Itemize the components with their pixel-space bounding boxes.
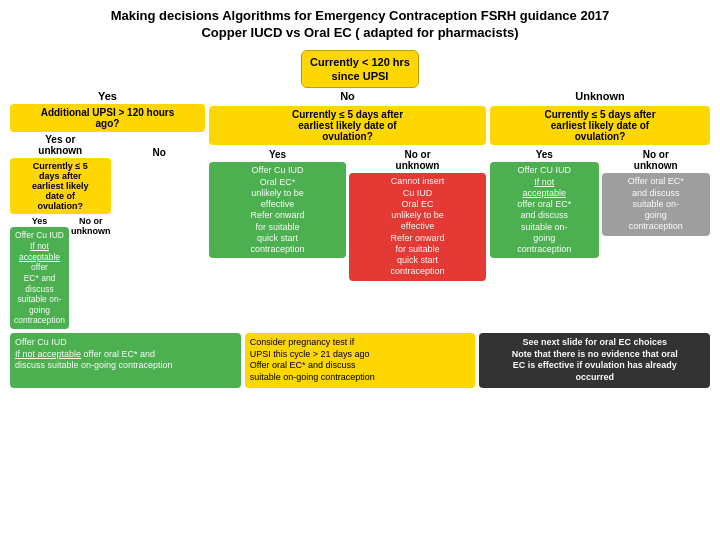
mid-branch: No Currently ≤ 5 days afterearliest like… <box>209 90 486 329</box>
mid-branch-label: No <box>340 90 355 102</box>
left-nested-yes-label: Yes <box>32 216 48 226</box>
left-question: Additional UPSI > 120 hoursago? <box>10 104 205 132</box>
right-branch-label: Unknown <box>575 90 625 102</box>
flowchart: Currently < 120 hrssince UPSI Yes Additi… <box>10 50 710 388</box>
left-no-real-label: No <box>153 147 166 158</box>
left-sub-row: Yes orunknown Currently ≤ 5days afterear… <box>10 134 205 329</box>
left-nested-sub-row: Yes Offer Cu IUDIf notacceptable offerEC… <box>10 216 111 329</box>
top-row: Currently < 120 hrssince UPSI <box>10 50 710 89</box>
right-yes-label: Yes <box>536 149 553 160</box>
top-node: Currently < 120 hrssince UPSI <box>301 50 419 89</box>
bottom-row: Offer Cu IUDIf not acceptable offer oral… <box>10 333 710 388</box>
right-no-action: Offer oral EC*and discusssuitable on-goi… <box>602 173 711 235</box>
mid-sub-row: Yes Offer Cu IUDOral EC*unlikely to beef… <box>209 149 486 280</box>
bottom-mid: Consider pregnancy test ifUPSI this cycl… <box>245 333 476 388</box>
right-branch: Unknown Currently ≤ 5 days afterearliest… <box>490 90 710 329</box>
mid-yes-label: Yes <box>269 149 286 160</box>
left-nested-no-label: No orunknown <box>71 216 111 236</box>
left-nested-yes-action: Offer Cu IUDIf notacceptable offerEC* an… <box>10 227 69 329</box>
left-branch: Yes Additional UPSI > 120 hoursago? Yes … <box>10 90 205 329</box>
mid-question: Currently ≤ 5 days afterearliest likely … <box>209 106 486 145</box>
left-nested-question: Currently ≤ 5days afterearliest likelyda… <box>10 158 111 214</box>
left-branch-label: Yes <box>10 90 205 102</box>
bottom-left: Offer Cu IUDIf not acceptable offer oral… <box>10 333 241 388</box>
right-yes-action: Offer CU IUDIf notacceptableoffer oral E… <box>490 162 599 258</box>
page-title: Making decisions Algorithms for Emergenc… <box>10 8 710 42</box>
right-question: Currently ≤ 5 days afterearliest likely … <box>490 106 710 145</box>
mid-yes-action: Offer Cu IUDOral EC*unlikely to beeffect… <box>209 162 346 258</box>
left-yes-unknown-label: Yes orunknown <box>38 134 82 156</box>
mid-no-unknown-label: No orunknown <box>396 149 440 171</box>
bottom-right: See next slide for oral EC choicesNote t… <box>479 333 710 388</box>
mid-no-action: Cannot insertCu IUDOral ECunlikely to be… <box>349 173 486 280</box>
page: Making decisions Algorithms for Emergenc… <box>0 0 720 540</box>
right-sub-row: Yes Offer CU IUDIf notacceptableoffer or… <box>490 149 710 258</box>
right-no-unknown-label: No orunknown <box>634 149 678 171</box>
